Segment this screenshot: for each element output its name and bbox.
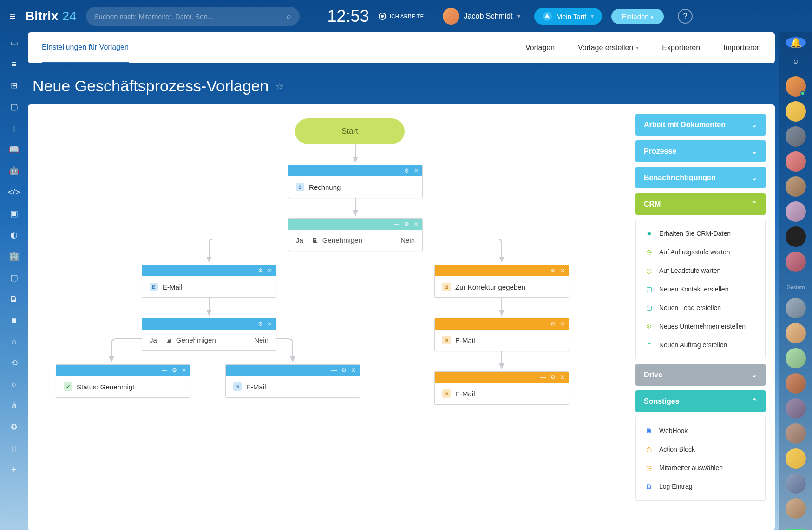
gear-icon[interactable]: ⚙ [172,367,177,374]
flow-node-decision-1[interactable]: —⚙✕ Ja🗎GenehmigenNein [288,218,423,251]
minimize-icon[interactable]: — [162,367,167,374]
accordion-arbeit-mit-dokumenten[interactable]: Arbeit mit Dokumenten⌄ [635,114,766,136]
flow-node-email-left[interactable]: —⚙✕ 🗎E-Mail [142,265,276,298]
tab-import[interactable]: Importieren [723,44,761,52]
gear-icon[interactable]: ⚙ [341,367,347,374]
nav-icon-16[interactable]: ○ [8,379,20,390]
flow-node-rechnung[interactable]: —⚙✕ 🗎Rechnung [288,165,423,198]
gear-icon[interactable]: ⚙ [550,267,556,274]
nav-icon-1[interactable]: ≡ [8,58,20,70]
nav-icon-20[interactable]: + [8,464,20,475]
minimize-icon[interactable]: — [540,321,546,327]
minimize-icon[interactable]: — [248,267,253,274]
contact-avatar[interactable] [786,151,806,172]
tab-templates[interactable]: Vorlagen [525,44,555,52]
contact-avatar[interactable] [786,498,806,519]
minimize-icon[interactable]: — [540,267,546,274]
close-icon[interactable]: ✕ [268,267,272,274]
minimize-icon[interactable]: — [331,367,337,374]
menu-icon[interactable]: ≡ [9,10,16,23]
close-icon[interactable]: ✕ [560,374,565,381]
minimize-icon[interactable]: — [248,321,253,327]
close-icon[interactable]: ✕ [560,267,565,274]
nav-icon-3[interactable]: ▢ [8,101,20,112]
contact-avatar[interactable] [786,101,806,122]
flow-canvas[interactable]: Start —⚙✕ 🗎Rechnung —⚙✕ Ja🗎GenehmigenNei… [28,104,635,530]
search-icon[interactable]: ⌕ [287,12,291,20]
contact-avatar[interactable] [786,423,806,444]
search-input[interactable] [94,13,287,20]
nav-icon-2[interactable]: ⊞ [8,80,20,91]
contact-avatar[interactable] [786,176,806,197]
flow-node-start[interactable]: Start [295,118,405,144]
flow-node-status[interactable]: —⚙✕ ✔Status: Genehmigt [56,364,190,398]
contact-avatar[interactable] [786,76,806,97]
nav-icon-4[interactable]: ⫿ [8,123,20,134]
flow-node-email-right-3[interactable]: —⚙✕ 🗎E-Mail [434,371,569,405]
contact-avatar[interactable] [786,373,806,394]
contact-avatar[interactable] [786,473,806,494]
nav-icon-18[interactable]: ⚙ [8,421,20,433]
nav-icon-14[interactable]: ⌂ [8,336,20,347]
contact-avatar[interactable] [786,323,806,343]
gear-icon[interactable]: ⚙ [550,374,556,381]
action-item[interactable]: ◷Action Block [636,440,765,459]
nav-icon-17[interactable]: ⋔ [8,400,20,411]
nav-icon-19[interactable]: ▯ [8,443,20,454]
gear-icon[interactable]: ⚙ [258,321,263,327]
action-item[interactable]: ▢Neuen Lead erstellen [636,298,765,317]
close-icon[interactable]: ✕ [414,168,419,174]
close-icon[interactable]: ✕ [414,221,419,227]
contact-avatar[interactable] [786,252,806,272]
work-status-icon[interactable] [379,13,386,20]
nav-icon-11[interactable]: ▢ [8,272,20,283]
accordion-drive[interactable]: Drive⌄ [635,364,766,386]
accordion-benachrichtigungen[interactable]: Benachrichtigungen⌄ [635,167,766,188]
close-icon[interactable]: ✕ [182,367,186,374]
nav-icon-7[interactable]: </> [8,187,20,198]
action-item[interactable]: 🗎Log Eintrag [636,477,765,496]
contact-avatar[interactable] [786,126,806,147]
gear-icon[interactable]: ⚙ [258,267,263,274]
nav-icon-0[interactable]: ▭ [8,37,20,48]
nav-icon-13[interactable]: ■ [8,315,20,326]
invite-button[interactable]: Einladen ▾ [611,9,664,24]
action-item[interactable]: ≡Erhalten Sie CRM-Daten [636,224,765,243]
action-item[interactable]: ◷Auf Leadstufe warten [636,261,765,280]
contact-avatar[interactable] [786,448,806,469]
nav-icon-10[interactable]: 🏢 [8,251,20,262]
action-item[interactable]: ≡Neuen Auftrag erstellen [636,336,765,354]
gear-icon[interactable]: ⚙ [550,321,556,327]
close-icon[interactable]: ✕ [268,321,272,327]
action-item[interactable]: ▢Neuen Kontakt erstellen [636,280,765,298]
flow-node-decision-2[interactable]: —⚙✕ Ja🗎GenehmigenNein [142,318,276,351]
notifications-icon[interactable]: 🔔 [786,37,806,48]
nav-icon-9[interactable]: ◐ [8,229,20,240]
accordion-sonstiges[interactable]: Sonstiges⌃ [635,390,766,412]
contact-avatar[interactable] [786,201,806,222]
nav-icon-8[interactable]: ▣ [8,208,20,219]
flow-node-korrektur[interactable]: —⚙✕ 🗎Zur Korrektur gegeben [434,265,569,298]
flow-node-email-right-2[interactable]: —⚙✕ 🗎E-Mail [434,318,569,351]
nav-icon-12[interactable]: 🗎 [8,293,20,304]
user-menu[interactable]: Jacob Schmidt ▾ [443,8,520,25]
contact-avatar[interactable] [786,298,806,318]
tab-create-template[interactable]: Vorlage erstellen▾ [578,44,639,52]
action-item[interactable]: ፨Neues Unternehmen erstellen [636,317,765,336]
action-item[interactable]: ◷Mitarbeiter auswählen [636,459,765,477]
help-button[interactable]: ? [678,9,693,24]
gear-icon[interactable]: ⚙ [404,221,409,227]
flow-node-email-lr[interactable]: —⚙✕ 🗎E-Mail [225,364,360,398]
accordion-prozesse[interactable]: Prozesse⌄ [635,140,766,162]
contact-avatar[interactable] [786,348,806,368]
contact-avatar[interactable] [786,226,806,247]
nav-icon-15[interactable]: ⟲ [8,357,20,368]
minimize-icon[interactable]: — [394,221,399,227]
accordion-crm[interactable]: CRM⌃ [635,193,766,215]
action-item[interactable]: ◷Auf Auftragsstufe warten [636,243,765,261]
tarif-button[interactable]: ⮝ Mein Tarif ▾ [534,8,602,25]
tab-export[interactable]: Exportieren [662,44,700,52]
search-box[interactable]: ⌕ [86,7,300,26]
close-icon[interactable]: ✕ [351,367,356,374]
minimize-icon[interactable]: — [394,168,399,174]
